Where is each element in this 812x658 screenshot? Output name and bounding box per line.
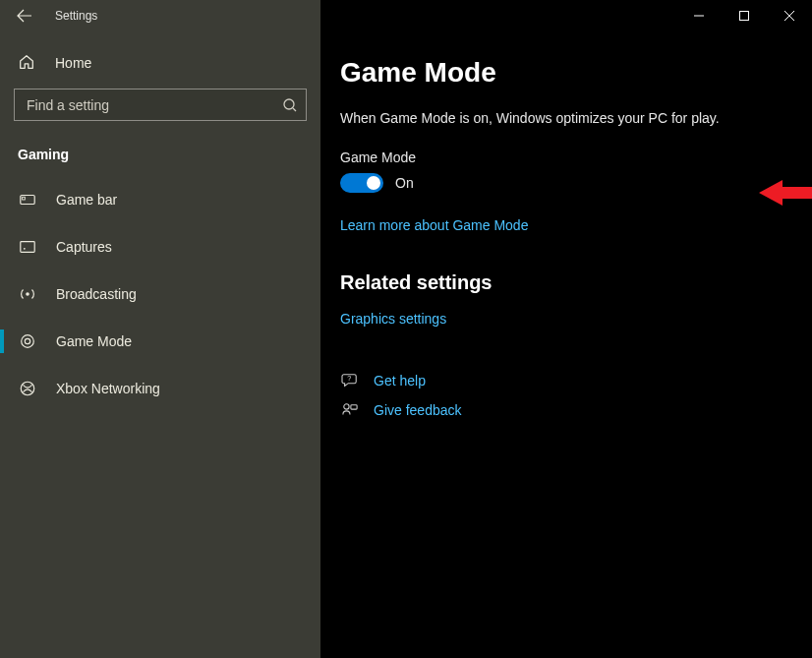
get-help-link[interactable]: Get help xyxy=(374,373,426,389)
give-feedback-link[interactable]: Give feedback xyxy=(374,402,462,418)
sidebar-item-xbox-networking[interactable]: Xbox Networking xyxy=(0,365,320,412)
feedback-icon xyxy=(340,402,360,418)
game-bar-icon xyxy=(18,190,37,209)
xbox-icon xyxy=(18,379,37,398)
sidebar-item-label: Game Mode xyxy=(56,333,132,349)
page-description: When Game Mode is on, Windows optimizes … xyxy=(340,110,777,126)
sidebar-item-label: Game bar xyxy=(56,192,117,208)
svg-point-6 xyxy=(26,292,29,296)
help-section: ? Get help Give feedback xyxy=(340,373,777,418)
graphics-settings-link[interactable]: Graphics settings xyxy=(340,311,446,327)
sidebar-item-broadcasting[interactable]: Broadcasting xyxy=(0,270,320,318)
toggle-row: On xyxy=(340,173,777,193)
sidebar-item-captures[interactable]: Captures xyxy=(0,223,320,270)
home-nav-item[interactable]: Home xyxy=(0,31,320,89)
svg-rect-3 xyxy=(23,197,26,200)
svg-point-7 xyxy=(22,335,34,348)
svg-rect-16 xyxy=(351,405,357,409)
svg-text:?: ? xyxy=(347,375,351,383)
svg-line-1 xyxy=(293,108,296,111)
svg-point-5 xyxy=(24,248,26,250)
related-heading: Related settings xyxy=(340,271,777,294)
sidebar-item-label: Captures xyxy=(56,239,112,255)
app-title: Settings xyxy=(55,9,97,23)
search-box[interactable] xyxy=(14,89,307,121)
search-icon xyxy=(282,97,298,113)
svg-point-9 xyxy=(21,382,34,395)
titlebar-left: Settings xyxy=(0,0,320,31)
sidebar-nav: Game bar Captures Broadcasting Game Mode… xyxy=(0,176,320,412)
captures-icon xyxy=(18,237,37,257)
category-label: Gaming xyxy=(0,143,320,176)
sidebar-item-label: Xbox Networking xyxy=(56,381,160,396)
home-icon xyxy=(18,53,37,73)
sidebar: Settings Home Gaming Game bar Captures xyxy=(0,0,320,658)
home-label: Home xyxy=(55,55,91,71)
get-help-row[interactable]: ? Get help xyxy=(340,373,777,389)
search-input[interactable] xyxy=(27,97,282,113)
svg-marker-17 xyxy=(759,180,812,206)
svg-point-8 xyxy=(25,338,29,343)
game-mode-icon xyxy=(18,331,37,351)
svg-point-15 xyxy=(344,404,349,409)
sidebar-item-game-mode[interactable]: Game Mode xyxy=(0,318,320,365)
sidebar-item-label: Broadcasting xyxy=(56,286,137,302)
back-arrow-icon xyxy=(17,8,32,24)
svg-rect-4 xyxy=(21,242,34,253)
broadcasting-icon xyxy=(18,284,37,304)
help-icon: ? xyxy=(340,373,360,389)
back-button[interactable] xyxy=(16,7,33,25)
main-panel: Game Mode When Game Mode is on, Windows … xyxy=(320,0,812,658)
toggle-state: On xyxy=(395,175,414,191)
content: Game Mode When Game Mode is on, Windows … xyxy=(320,0,812,418)
page-title: Game Mode xyxy=(340,57,777,89)
sidebar-item-game-bar[interactable]: Game bar xyxy=(0,176,320,223)
learn-more-link[interactable]: Learn more about Game Mode xyxy=(340,217,528,233)
give-feedback-row[interactable]: Give feedback xyxy=(340,402,777,418)
toggle-label: Game Mode xyxy=(340,150,777,165)
annotation-arrow-icon xyxy=(759,178,812,208)
svg-point-0 xyxy=(284,99,294,109)
game-mode-toggle[interactable] xyxy=(340,173,383,193)
